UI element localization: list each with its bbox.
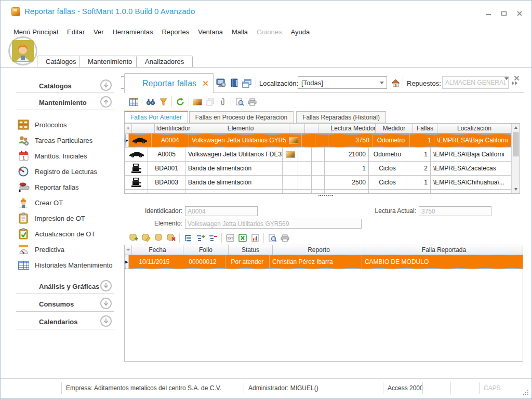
column-header-reporto[interactable]: Reporto <box>273 245 365 255</box>
print-button[interactable] <box>246 96 258 108</box>
document-tab-reportar-fallas[interactable]: Reportar fallas <box>124 73 214 93</box>
tab-close-icon[interactable] <box>203 81 208 86</box>
grid-view-button[interactable] <box>127 96 140 108</box>
column-header-medidor[interactable]: Medidor <box>376 124 413 133</box>
menu-item-editar[interactable]: Editar <box>67 28 85 36</box>
export-excel-button[interactable] <box>236 232 249 244</box>
tab-mantenimiento[interactable]: Mantenimiento <box>79 56 141 68</box>
pump-icon <box>125 190 148 194</box>
expand-down-icon[interactable] <box>100 280 112 291</box>
print-preview-button[interactable] <box>233 96 246 108</box>
sidebar-section-consumos[interactable]: Consumos <box>10 298 121 310</box>
column-header-imagen[interactable] <box>289 124 305 133</box>
scroll-down-icon[interactable] <box>512 185 520 193</box>
export-txt-button[interactable]: TXT <box>224 232 236 244</box>
maximize-icon <box>501 10 507 17</box>
cell-elemento: Banda de alimentación <box>185 162 283 175</box>
panel-close-button[interactable] <box>514 75 520 81</box>
subtab-fallas-reparadas[interactable]: Fallas Reparadas (Historial) <box>296 111 386 123</box>
column-header-identificador[interactable]: Identificador <box>155 124 192 133</box>
print-button[interactable] <box>278 232 291 244</box>
sidebar-item-reportar-fallas[interactable]: Reportar fallas <box>16 179 120 195</box>
image-icon <box>286 151 295 158</box>
panel-menu-button[interactable] <box>504 77 509 80</box>
column-header-fecha[interactable]: Fecha <box>132 245 183 255</box>
sidebar-item-protocolos[interactable]: Protocolos <box>16 117 120 132</box>
sidebar-item-registro-de-lecturas[interactable]: Registro de Lecturas <box>16 164 120 179</box>
image-icon <box>193 99 202 105</box>
edit-record-button[interactable] <box>140 232 152 244</box>
table-row[interactable]: ▶ 10/11/2015 00000012 Por atender Christ… <box>125 255 523 269</box>
column-header-extra1[interactable] <box>305 124 318 133</box>
menu-item-ayuda[interactable]: Ayuda <box>290 28 310 36</box>
binoculars-icon <box>146 98 155 105</box>
expand-all-button[interactable] <box>194 232 207 244</box>
tree-list-button[interactable] <box>182 232 194 244</box>
menu-item-menu-principal[interactable]: Menú Principal <box>14 28 58 36</box>
image-button[interactable] <box>191 96 204 108</box>
sidebar-item-crear-ot[interactable]: Crear OT <box>16 195 120 210</box>
cell-lectura: 2500 <box>325 176 369 189</box>
export-report-button[interactable] <box>249 232 261 244</box>
app-icon <box>11 7 20 16</box>
tab-analizadores[interactable]: Analizadores <box>136 56 193 68</box>
maximize-button[interactable] <box>498 9 510 18</box>
table-row[interactable]: BDA003 Banda de alimentación 2500 Ciclos… <box>125 176 520 190</box>
scroll-up-icon[interactable] <box>512 124 520 131</box>
user-avatar[interactable] <box>8 36 37 65</box>
cell-medidor <box>369 190 406 194</box>
expand-down-icon[interactable] <box>100 315 112 327</box>
menu-item-herramientas[interactable]: Herramientas <box>112 28 153 36</box>
table-row[interactable]: A0005 Volkswagen Jetta Utilitarios FDE32… <box>125 148 520 162</box>
filter-button[interactable] <box>157 96 169 108</box>
sidebar-item-predictiva[interactable]: Predictiva <box>16 242 120 257</box>
sidebar-item-historiales-mantenimiento[interactable]: Historiales Mantenimiento <box>16 257 120 273</box>
sidebar-section-calendarios[interactable]: Calendarios <box>10 315 121 328</box>
attachment-button[interactable] <box>216 96 229 108</box>
column-header-elemento[interactable]: Elemento <box>192 124 289 133</box>
table-row[interactable]: BDA001 Banda de alimentación 1 Ciclos 2 … <box>125 162 520 176</box>
delete-record-button[interactable] <box>165 232 177 244</box>
table-row[interactable]: ▶ A0004 Volkswagen Jetta Utilitarios GYR… <box>125 134 520 148</box>
sidebar-section-analisis-y-graficas[interactable]: Análisis y Gráficas <box>10 280 121 292</box>
sidebar-item-manttos-iniciales[interactable]: 1 Manttos. Iniciales <box>16 148 120 164</box>
sidebar-item-actualizacion-de-ot[interactable]: Actualización de OT <box>16 226 120 242</box>
collapse-up-icon[interactable] <box>100 96 112 108</box>
subtab-fallas-por-atender[interactable]: Fallas Por Atender <box>124 111 188 123</box>
menu-item-ver[interactable]: Ver <box>94 28 104 36</box>
column-header-fallas[interactable]: Fallas <box>413 124 437 133</box>
sidebar-section-mantenimiento[interactable]: Mantenimiento <box>10 96 121 109</box>
menu-item-ventana[interactable]: Ventana <box>198 28 223 36</box>
resize-grip[interactable] <box>522 389 528 395</box>
minimize-button[interactable] <box>483 9 494 18</box>
table-row[interactable]: BMB001 Bomba pozo profundo principal 0 1… <box>125 190 520 194</box>
icon-column-header[interactable] <box>132 124 155 133</box>
column-header-localizacion[interactable]: Localización <box>437 124 511 133</box>
column-header-extra2[interactable] <box>318 124 331 133</box>
copy-button[interactable] <box>204 96 216 108</box>
sidebar-item-impresion-de-ot[interactable]: Impresion de OT <box>16 210 120 226</box>
title-bar: Reportar fallas - SoftMant 1.0.0 Build 0… <box>1 1 531 23</box>
refresh-button[interactable] <box>174 96 187 108</box>
print-preview-button[interactable] <box>266 232 278 244</box>
search-button[interactable] <box>144 96 157 108</box>
close-button[interactable] <box>514 9 525 18</box>
expand-down-icon[interactable] <box>100 79 112 91</box>
subtab-fallas-en-proceso[interactable]: Fallas en Proceso de Reparación <box>189 111 294 123</box>
sidebar-item-tareas-particulares[interactable]: Tareas Particulares <box>16 132 120 148</box>
vertical-scrollbar[interactable] <box>511 124 520 193</box>
scrollbar-thumb[interactable] <box>513 132 518 156</box>
sidebar-section-catalogos[interactable]: Catálogos <box>10 79 121 92</box>
excel-icon <box>238 234 247 242</box>
collapse-all-button[interactable] <box>207 232 219 244</box>
menu-item-malla[interactable]: Malla <box>232 28 248 36</box>
view-record-button[interactable] <box>152 232 165 244</box>
column-header-lectura-medidor[interactable]: Lectura Medidor <box>331 124 376 133</box>
column-header-status[interactable]: Status <box>229 245 273 255</box>
menu-item-reportes[interactable]: Reportes <box>162 28 190 36</box>
column-header-falla-reportada[interactable]: Falla Reportada <box>365 245 523 255</box>
column-header-folio[interactable]: Folio <box>183 245 229 255</box>
expand-down-icon[interactable] <box>100 298 112 309</box>
add-record-button[interactable] <box>127 232 140 244</box>
tab-catalogos[interactable]: Catálogos <box>37 56 85 68</box>
